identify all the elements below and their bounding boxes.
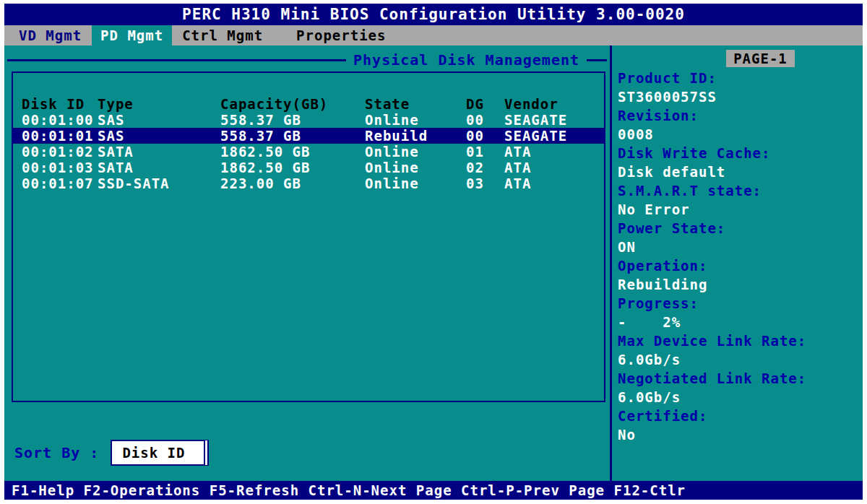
cell-disk-id: 00:01:03 [22,160,98,175]
cell-type: SATA [98,144,220,160]
cell-dg: 01 [466,144,504,160]
cell-capacity: 223.00 GB [220,175,365,191]
detail-label: Max Device Link Rate: [618,331,860,350]
status-hint-f5: F5-Refresh [210,482,299,498]
detail-label: Operation: [618,256,860,275]
disk-row-00:01:07[interactable]: 00:01:07SSD-SATA223.00 GBOnline03ATA [13,175,604,191]
cell-vendor: ATA [504,160,604,175]
cell-vendor: SEAGATE [504,128,604,144]
details-panel: PAGE-1 Product ID:ST3600057SSRevision:00… [610,45,863,481]
cell-capacity: 1862.50 GB [220,160,365,175]
status-hint-f1: F1-Help [12,482,74,498]
detail-value: 0008 [618,125,860,144]
disk-row-00:01:03[interactable]: 00:01:03SATA1862.50 GBOnline02ATA [13,160,604,175]
sort-by-dropdown[interactable]: Disk ID [111,440,209,466]
detail-label: Progress: [618,294,860,313]
cell-state: Online [365,160,466,175]
menu-item-pd-mgmt[interactable]: PD Mgmt [92,25,172,45]
menu-item-ctrl-mgmt[interactable]: Ctrl Mgmt [173,25,272,45]
detail-value: No [618,425,860,444]
bios-screen: PERC H310 Mini BIOS Configuration Utilit… [4,4,863,500]
column-header-state: State [365,96,466,112]
cell-type: SATA [98,160,220,175]
detail-value: 6.0Gb/s [618,350,860,369]
detail-label: S.M.A.R.T state: [618,181,860,200]
column-header-disk-id: Disk ID [22,96,98,112]
status-bar: F1-Help F2-Operations F5-Refresh Ctrl-N-… [4,481,863,500]
cell-state: Online [365,175,466,191]
cell-dg: 00 [466,112,504,128]
menu-item-vd-mgmt[interactable]: VD Mgmt [10,25,90,45]
cell-capacity: 1862.50 GB [220,144,365,160]
cell-disk-id: 00:01:01 [22,128,98,144]
disk-table-header: Disk IDTypeCapacity(GB)StateDGVendor [13,96,604,112]
detail-value: No Error [618,200,860,219]
detail-value: Rebuilding [618,275,860,294]
cell-disk-id: 00:01:02 [22,144,98,160]
disk-table-panel: Disk IDTypeCapacity(GB)StateDGVendor 00:… [12,71,605,402]
cell-disk-id: 00:01:00 [22,112,98,128]
status-hint-ctrl: Ctrl-N-Next Page [309,482,452,498]
detail-value: - 2% [618,313,860,331]
disk-row-00:01:01[interactable]: 00:01:01SAS558.37 GBRebuild00SEAGATE [13,128,604,144]
cell-state: Online [365,112,466,128]
menu-bar: VD MgmtPD MgmtCtrl MgmtProperties [4,25,863,45]
column-header-dg: DG [466,96,504,112]
title-bar: PERC H310 Mini BIOS Configuration Utilit… [4,4,863,25]
cell-capacity: 558.37 GB [220,128,365,144]
cell-state: Online [365,144,466,160]
detail-label: Certified: [618,407,860,425]
cell-vendor: ATA [504,175,604,191]
status-hint-f12: F12-Ctlr [614,482,686,498]
disk-row-00:01:02[interactable]: 00:01:02SATA1862.50 GBOnline01ATA [13,144,604,160]
detail-label: Disk Write Cache: [618,144,860,162]
menu-item-properties[interactable]: Properties [288,25,394,45]
sort-by-label: Sort By : [14,444,99,461]
detail-value: Disk default [618,162,860,181]
detail-label: Power State: [618,219,860,238]
disk-list-region: Physical Disk Management Disk IDTypeCapa… [4,45,610,481]
sort-by-value: Disk ID [122,445,185,461]
status-hint-ctrl: Ctrl-P-Prev Page [461,482,605,498]
section-title: Physical Disk Management [346,51,587,69]
section-title-line-left [7,59,346,61]
cell-capacity: 558.37 GB [220,112,365,128]
cell-state: Rebuild [365,128,466,144]
cell-type: SSD-SATA [98,175,220,191]
page-badge: PAGE-1 [726,50,795,67]
detail-label: Revision: [618,106,860,125]
detail-value: 6.0Gb/s [618,388,860,407]
cell-dg: 03 [466,175,504,191]
detail-value: ON [618,238,860,256]
section-title-row: Physical Disk Management [4,51,610,69]
cell-disk-id: 00:01:07 [22,175,98,191]
cell-type: SAS [98,112,220,128]
details-fields: Product ID:ST3600057SSRevision:0008Disk … [618,69,860,444]
cell-dg: 02 [466,160,504,175]
status-hint-f2: F2-Operations [84,482,201,498]
section-title-line-right [587,59,607,61]
sort-by-row: Sort By : Disk ID [14,440,610,466]
cell-vendor: SEAGATE [504,112,604,128]
detail-value: ST3600057SS [618,87,860,106]
cell-vendor: ATA [504,144,604,160]
detail-label: Product ID: [618,69,860,87]
column-header-capacity-gb-: Capacity(GB) [220,96,365,112]
disk-row-00:01:00[interactable]: 00:01:00SAS558.37 GBOnline00SEAGATE [13,112,604,128]
cell-dg: 00 [466,128,504,144]
cell-type: SAS [98,128,220,144]
detail-label: Negotiated Link Rate: [618,369,860,388]
column-header-vendor: Vendor [504,96,604,112]
column-header-type: Type [98,96,220,112]
main-area: Physical Disk Management Disk IDTypeCapa… [4,45,863,481]
disk-table-body: 00:01:00SAS558.37 GBOnline00SEAGATE00:01… [13,112,604,191]
